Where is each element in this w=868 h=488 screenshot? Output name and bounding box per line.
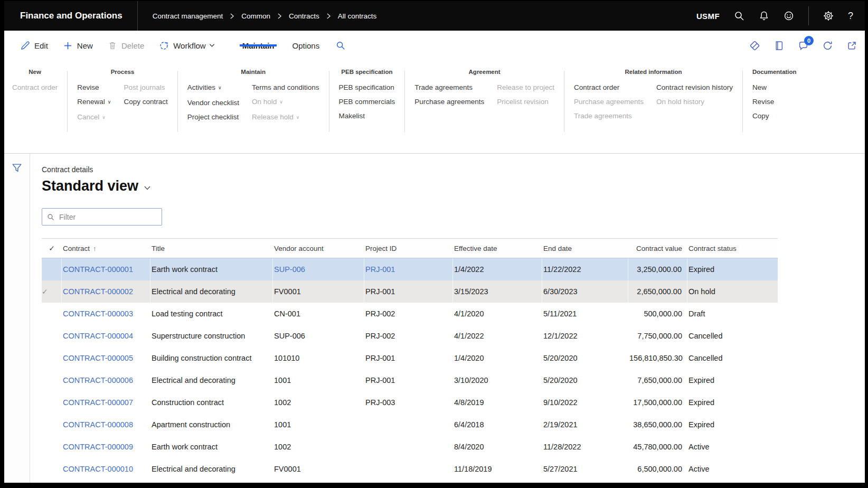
column-header-contract-status[interactable]: Contract status [687,245,778,252]
column-header-contract-value[interactable]: Contract value [628,245,687,252]
breadcrumb-item-common[interactable]: Common [241,12,270,20]
ribbon-item-pricelist-revision: Pricelist revision [497,97,554,106]
table-row[interactable]: CONTRACT-000004Superstructure constructi… [42,325,778,347]
chevron-right-icon [277,13,282,20]
table-row[interactable]: CONTRACT-000009Earth work contract10028/… [42,436,778,458]
ribbon-group-related-information: Related informationContract orderPurchas… [571,69,735,120]
column-header-title[interactable]: Title [150,245,273,252]
contract-status-cell: On hold [687,287,778,296]
view-selector[interactable]: Standard view [42,178,151,194]
ribbon-item-contract-revision-history[interactable]: Contract revision history [656,83,733,92]
table-row[interactable]: CONTRACT-000008Apartment construction100… [42,414,778,436]
ribbon-item-contract-order[interactable]: Contract order [574,83,644,92]
contract-link[interactable]: CONTRACT-000006 [62,376,150,384]
end-date-cell: 11/22/2022 [542,258,628,280]
chevron-down-icon: ∨ [296,115,300,120]
notification-bell-icon[interactable] [759,11,769,21]
contract-link[interactable]: CONTRACT-000009 [62,443,150,451]
action-search-icon[interactable] [328,41,353,50]
ribbon-item-purchase-agreements: Purchase agreements [574,97,644,106]
table-row[interactable]: ✓CONTRACT-000002Electrical and decoratin… [42,280,778,303]
table-row[interactable]: CONTRACT-000010Electrical and decorating… [42,458,778,480]
topbar-divider [808,6,809,25]
column-header-vendor-account[interactable]: Vendor account [273,245,364,252]
contract-link[interactable]: CONTRACT-000005 [62,354,150,362]
breadcrumb-item-contracts[interactable]: Contracts [289,12,319,20]
edit-button[interactable]: Edit [13,41,55,51]
select-all-checkbox[interactable]: ✓ [42,244,62,252]
chevron-down-icon: ∨ [218,85,222,90]
table-row[interactable]: CONTRACT-000003Load testing contractCN-0… [42,303,778,325]
table-row[interactable]: CONTRACT-000005Building construction con… [42,347,778,369]
ribbon-item-project-checklist[interactable]: Project checklist [187,112,239,121]
contract-value-cell: 38,650,000.00 [628,420,687,429]
contract-status-cell: Cancelled [687,332,778,340]
vendor-account-cell: CN-001 [273,309,364,318]
ribbon-group-title: Process [77,69,167,75]
grid-header-row: ✓Contract↑TitleVendor accountProject IDE… [42,238,778,258]
workflow-button[interactable]: Workflow [152,41,222,51]
feedback-smiley-icon[interactable] [784,11,794,21]
ribbon-item-peb-specification[interactable]: PEB specification [339,83,395,92]
help-icon[interactable]: ? [848,11,853,22]
company-selector[interactable]: USMF [696,12,720,21]
open-in-new-window-icon[interactable] [846,40,857,51]
refresh-icon[interactable] [822,40,833,51]
settings-gear-icon[interactable] [823,11,834,21]
search-icon[interactable] [734,11,744,21]
ribbon-item-contract-order: Contract order [12,83,58,92]
tab-maintain[interactable]: Maintain [233,41,284,50]
contract-link[interactable]: CONTRACT-000001 [62,258,150,280]
ribbon-item-trade-agreements[interactable]: Trade agreements [414,83,484,92]
ribbon-item-vendor-checklist[interactable]: Vendor checklist [187,98,239,107]
column-header-project-id[interactable]: Project ID [364,245,453,252]
table-row[interactable]: CONTRACT-000001Earth work contractSUP-00… [42,258,778,280]
breadcrumb-item-contract-management[interactable]: Contract management [153,12,223,20]
filter-funnel-icon[interactable] [11,162,23,174]
contract-status-cell: Active [687,465,778,473]
contract-link[interactable]: CONTRACT-000008 [62,420,150,429]
tab-options-label: Options [292,41,319,50]
contract-link[interactable]: CONTRACT-000010 [62,465,150,473]
ribbon-item-makelist[interactable]: Makelist [339,111,395,120]
table-row[interactable]: CONTRACT-000007Construction contract1002… [42,391,778,414]
ribbon-item-activities[interactable]: Activities∨ [187,83,239,93]
ribbon-item-revise[interactable]: Revise [752,97,774,106]
ribbon-item-terms-and-conditions[interactable]: Terms and conditions [252,83,319,92]
column-header-contract[interactable]: Contract↑ [62,245,150,252]
contract-link[interactable]: CONTRACT-000004 [62,332,150,340]
effective-date-cell: 3/15/2023 [453,280,542,303]
vendor-account-cell[interactable]: SUP-006 [273,258,364,280]
ribbon-item-copy-contract[interactable]: Copy contract [124,97,167,106]
row-checkbox[interactable] [42,258,62,280]
row-checkbox[interactable]: ✓ [42,280,62,303]
column-header-effective-date[interactable]: Effective date [453,245,542,252]
ribbon-item-peb-commercials[interactable]: PEB commercials [339,97,395,106]
effective-date-cell: 4/1/2020 [453,309,542,318]
ribbon-item-new[interactable]: New [752,83,774,92]
tab-options[interactable]: Options [283,41,328,50]
contract-link[interactable]: CONTRACT-000007 [62,398,150,407]
project-id-cell[interactable]: PRJ-001 [364,258,453,280]
power-apps-icon[interactable] [749,40,760,51]
task-guide-book-icon[interactable] [773,40,785,51]
contract-status-cell: Draft [687,309,778,318]
ribbon-item-post-journals: Post journals [124,83,167,92]
contract-link[interactable]: CONTRACT-000003 [62,309,150,318]
breadcrumb-item-all-contracts[interactable]: All contracts [338,12,377,20]
ribbon-item-purchase-agreements[interactable]: Purchase agreements [414,97,484,106]
ribbon-item-revise[interactable]: Revise [77,83,111,92]
contract-link[interactable]: CONTRACT-000002 [62,280,150,303]
sort-ascending-icon: ↑ [93,245,97,252]
ribbon-item-renewal[interactable]: Renewal∨ [77,97,111,107]
new-button[interactable]: New [55,41,100,51]
table-row[interactable]: CONTRACT-000006Electrical and decorating… [42,369,778,391]
messages-icon[interactable]: 0 [798,40,809,51]
contract-value-cell: 45,780,000.00 [628,443,687,451]
action-bar-right-icons: 0 [749,31,865,60]
ribbon-item-copy[interactable]: Copy [752,111,774,120]
grid-filter-box[interactable] [42,208,162,226]
vendor-account-cell: 1002 [273,398,364,407]
column-header-end-date[interactable]: End date [542,245,628,252]
filter-input[interactable] [58,212,157,222]
